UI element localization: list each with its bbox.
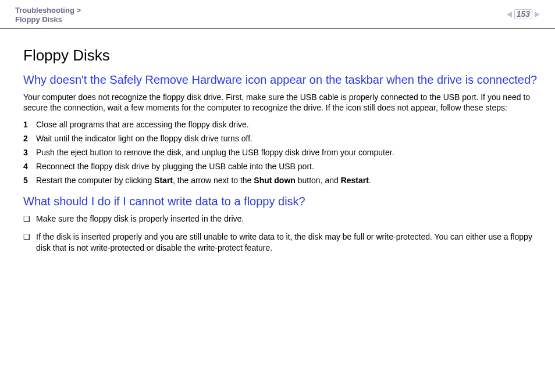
page-next-icon[interactable] <box>535 12 540 17</box>
step-text: Push the eject button to remove the disk… <box>36 147 394 158</box>
step-item: 2 Wait until the indicator light on the … <box>23 133 540 144</box>
page-title: Floppy Disks <box>23 47 540 65</box>
list-item: ❑ Make sure the floppy disk is properly … <box>23 213 540 224</box>
bullet-icon: ❑ <box>23 214 36 224</box>
step-number: 5 <box>23 175 36 186</box>
step-number: 1 <box>23 119 36 130</box>
question-1-heading: Why doesn't the Safely Remove Hardware i… <box>23 73 540 87</box>
step-item: 5 Restart the computer by clicking Start… <box>23 175 540 186</box>
bullet-icon: ❑ <box>23 232 36 243</box>
step-text: Close all programs that are accessing th… <box>36 119 249 130</box>
step-text: Reconnect the floppy disk drive by plugg… <box>36 161 314 172</box>
step-number: 4 <box>23 161 36 172</box>
bullet-text: If the disk is inserted properly and you… <box>36 231 540 254</box>
step-number: 3 <box>23 147 36 158</box>
bullet-list: ❑ Make sure the floppy disk is properly … <box>23 213 540 254</box>
step-number: 2 <box>23 133 36 144</box>
step-text: Wait until the indicator light on the fl… <box>36 133 252 144</box>
breadcrumb-line2: Floppy Disks <box>15 15 81 24</box>
page-content: Floppy Disks Why doesn't the Safely Remo… <box>0 29 555 254</box>
step-item: 1 Close all programs that are accessing … <box>23 119 540 130</box>
page-header: Troubleshooting > Floppy Disks 153 <box>0 0 555 29</box>
page-prev-icon[interactable] <box>507 12 512 17</box>
page-nav: 153 <box>507 9 540 19</box>
step-item: 3 Push the eject button to remove the di… <box>23 147 540 158</box>
step-item: 4 Reconnect the floppy disk drive by plu… <box>23 161 540 172</box>
list-item: ❑ If the disk is inserted properly and y… <box>23 231 540 254</box>
bullet-text: Make sure the floppy disk is properly in… <box>36 213 244 224</box>
question-2-heading: What should I do if I cannot write data … <box>23 194 540 209</box>
step-text: Restart the computer by clicking Start, … <box>36 175 371 186</box>
page-number-box: 153 <box>514 9 532 19</box>
breadcrumb-line1: Troubleshooting > <box>15 6 81 15</box>
question-1-intro: Your computer does not recognize the flo… <box>23 92 540 114</box>
breadcrumb: Troubleshooting > Floppy Disks <box>15 6 81 25</box>
steps-list: 1 Close all programs that are accessing … <box>23 119 540 186</box>
page-number: 153 <box>517 9 530 19</box>
